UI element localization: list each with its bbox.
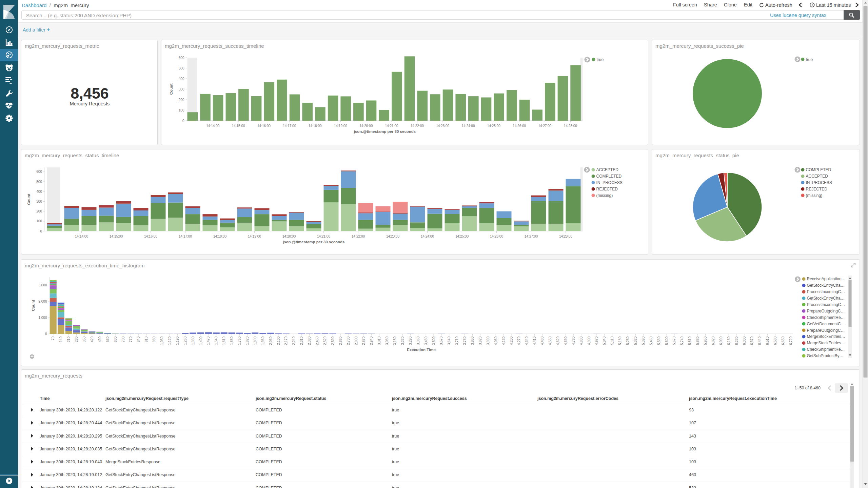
svg-text:2,030: 2,030 (269, 337, 273, 345)
svg-text:COMPLETED: COMPLETED (596, 174, 622, 179)
svg-text:4,550: 4,550 (548, 337, 552, 345)
svg-text:14:24:00: 14:24:00 (421, 235, 434, 238)
svg-text:true: true (392, 434, 399, 439)
svg-text:14:14:00: 14:14:00 (206, 124, 219, 128)
svg-text:3,570: 3,570 (439, 337, 443, 345)
svg-text:GetStockEntryCha…: GetStockEntryCha… (807, 296, 845, 301)
svg-text:GetStockEntryChangesListRespon: GetStockEntryChangesListResponse (105, 486, 175, 488)
svg-text:3,080: 3,080 (385, 337, 389, 345)
svg-text:5,530: 5,530 (657, 337, 661, 345)
svg-text:4,060: 4,060 (494, 337, 498, 345)
svg-text:5,810: 5,810 (688, 337, 692, 345)
svg-text:4,620: 4,620 (556, 337, 560, 345)
svg-text:GetSubProductBy…: GetSubProductBy… (807, 353, 844, 358)
svg-text:true: true (806, 57, 813, 62)
svg-text:1,330: 1,330 (191, 337, 195, 345)
svg-text:4,410: 4,410 (533, 337, 536, 345)
svg-text:3,220: 3,220 (401, 337, 405, 345)
svg-text:103: 103 (689, 447, 696, 451)
svg-text:5,880: 5,880 (696, 337, 699, 345)
svg-text:3,640: 3,640 (447, 337, 451, 345)
svg-text:IN_PROCESS: IN_PROCESS (806, 180, 832, 185)
svg-text:460: 460 (689, 472, 696, 477)
svg-text:5,320: 5,320 (634, 337, 637, 345)
svg-text:300: 300 (36, 200, 42, 203)
svg-text:2,170: 2,170 (284, 337, 288, 345)
svg-text:6,230: 6,230 (735, 337, 738, 345)
svg-text:14:17:00: 14:17:00 (283, 124, 296, 128)
svg-text:14:28:00: 14:28:00 (559, 235, 572, 238)
svg-text:1,260: 1,260 (183, 337, 187, 345)
svg-text:2,380: 2,380 (308, 337, 311, 345)
svg-text:January 30th 2020, 14:28:20.29: January 30th 2020, 14:28:20.295 (40, 434, 102, 439)
svg-text:json.mg2m.mercuryRequest.statu: json.mg2m.mercuryRequest.status (255, 396, 326, 401)
svg-text:3,430: 3,430 (424, 337, 428, 345)
svg-text:5,600: 5,600 (665, 337, 669, 345)
svg-text:400: 400 (179, 77, 184, 81)
svg-text:January 30th 2020, 14:28:19.04: January 30th 2020, 14:28:19.040 (40, 460, 102, 464)
svg-text:630: 630 (114, 337, 117, 342)
svg-text:280: 280 (75, 337, 78, 342)
svg-text:14:22:00: 14:22:00 (352, 235, 365, 238)
svg-text:CheckShipmentRe…: CheckShipmentRe… (807, 315, 845, 320)
svg-text:ProcessIncomingC…: ProcessIncomingC… (807, 302, 845, 307)
svg-text:1,540: 1,540 (214, 337, 218, 345)
svg-text:910: 910 (144, 337, 148, 342)
svg-text:4,200: 4,200 (510, 337, 513, 345)
svg-text:3,780: 3,780 (463, 337, 467, 345)
svg-text:500: 500 (179, 66, 184, 70)
svg-text:GetStockEntryCha…: GetStockEntryCha… (807, 283, 845, 288)
svg-text:true: true (392, 486, 399, 488)
svg-text:1,470: 1,470 (206, 337, 210, 345)
svg-text:14:21:00: 14:21:00 (385, 124, 398, 128)
svg-text:6,300: 6,300 (743, 337, 746, 345)
svg-text:(missing): (missing) (806, 193, 823, 198)
svg-text:770: 770 (129, 337, 133, 342)
svg-text:true: true (392, 408, 399, 412)
svg-text:6,090: 6,090 (719, 337, 723, 345)
svg-text:COMPLETED: COMPLETED (256, 408, 282, 412)
svg-text:5,250: 5,250 (626, 337, 630, 345)
svg-text:json.mg2m.mercuryRequest.reque: json.mg2m.mercuryRequest.requestType (105, 396, 189, 401)
svg-text:2,800: 2,800 (354, 337, 358, 345)
svg-text:COMPLETED: COMPLETED (256, 434, 282, 439)
svg-text:GetStockEntryChangesListRespon: GetStockEntryChangesListResponse (105, 421, 175, 425)
svg-text:5,740: 5,740 (680, 337, 684, 345)
svg-text:IN_PROCESS: IN_PROCESS (596, 180, 623, 185)
svg-text:4,760: 4,760 (572, 337, 575, 345)
svg-text:200: 200 (36, 209, 42, 213)
svg-text:5,110: 5,110 (610, 337, 614, 345)
svg-text:14:23:00: 14:23:00 (386, 235, 399, 238)
svg-text:100: 100 (179, 108, 184, 112)
svg-text:json.mg2m.mercuryRequest.succe: json.mg2m.mercuryRequest.success (392, 396, 467, 401)
svg-text:REJECTED: REJECTED (596, 187, 618, 191)
svg-text:true: true (392, 421, 399, 425)
svg-text:6,020: 6,020 (711, 337, 715, 345)
svg-text:560: 560 (106, 337, 110, 342)
svg-text:3,010: 3,010 (377, 337, 381, 345)
svg-text:GetStockEntryChangesListRespon: GetStockEntryChangesListResponse (105, 434, 175, 439)
svg-text:210: 210 (67, 337, 71, 342)
svg-text:PrepareOutgoingC…: PrepareOutgoingC… (807, 309, 845, 313)
svg-text:2,450: 2,450 (315, 337, 319, 345)
svg-text:14:19:00: 14:19:00 (334, 124, 347, 128)
svg-text:1,890: 1,890 (253, 337, 257, 345)
svg-text:COMPLETED: COMPLETED (256, 421, 282, 425)
svg-text:1,050: 1,050 (160, 337, 164, 345)
svg-text:420: 420 (90, 337, 94, 342)
svg-text:4,970: 4,970 (595, 337, 598, 345)
svg-text:true: true (597, 57, 604, 62)
svg-text:490: 490 (98, 337, 102, 342)
svg-text:14:20:00: 14:20:00 (282, 235, 296, 238)
svg-text:January 30th 2020, 14:28:20.12: January 30th 2020, 14:28:20.122 (40, 408, 102, 412)
svg-text:4,690: 4,690 (564, 337, 568, 345)
svg-text:true: true (392, 472, 399, 477)
svg-text:2,310: 2,310 (300, 337, 303, 345)
svg-text:2,100: 2,100 (277, 337, 280, 345)
svg-text:1,750: 1,750 (238, 337, 241, 345)
svg-text:json.mg2m.mercuryRequest.error: json.mg2m.mercuryRequest.errorCodes (537, 396, 618, 401)
svg-text:14:20:00: 14:20:00 (359, 124, 373, 128)
svg-text:COMPLETED: COMPLETED (806, 167, 831, 172)
svg-text:93: 93 (689, 408, 694, 412)
svg-text:MergeStockEntriesResponse: MergeStockEntriesResponse (105, 460, 160, 464)
